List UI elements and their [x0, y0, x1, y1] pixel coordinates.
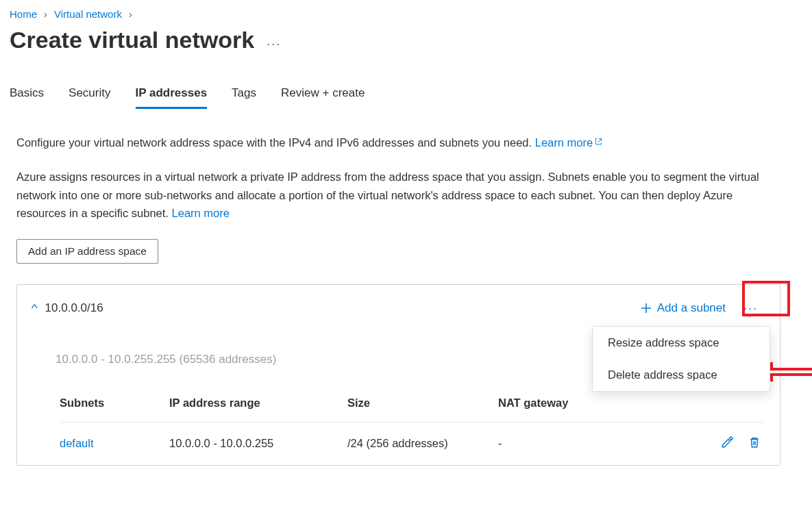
external-link-icon: [594, 136, 602, 151]
intro-text-1: Configure your virtual network address s…: [16, 136, 535, 149]
tabs: Basics Security IP addresses Tags Review…: [10, 86, 802, 109]
plus-icon: [641, 303, 652, 314]
trash-icon: [748, 436, 761, 449]
page-title: Create virtual network: [10, 27, 254, 53]
intro-paragraph-2: Azure assigns resources in a virtual net…: [16, 168, 780, 222]
tab-review-create[interactable]: Review + create: [281, 86, 365, 109]
chevron-right-icon: ›: [129, 8, 132, 20]
intro-text-2: Azure assigns resources in a virtual net…: [16, 171, 759, 219]
subnet-size: /24 (256 addresses): [347, 437, 498, 450]
chevron-up-icon[interactable]: ^: [32, 303, 38, 314]
subnet-table: Subnets IP address range Size NAT gatewa…: [60, 397, 765, 465]
edit-subnet-button[interactable]: [721, 436, 733, 451]
subnet-nat: -: [498, 437, 635, 450]
address-space-panel: ^ 10.0.0.0/16 Add a subnet ··· Resize ad…: [16, 284, 780, 466]
resize-address-space-item[interactable]: Resize address space: [593, 327, 770, 359]
col-nat-gateway: NAT gateway: [498, 397, 635, 410]
col-subnets: Subnets: [60, 397, 169, 410]
pencil-icon: [721, 436, 733, 449]
col-ip-range: IP address range: [169, 397, 347, 410]
tab-ip-addresses[interactable]: IP addresses: [136, 86, 208, 109]
address-space-cidr: 10.0.0.0/16: [45, 301, 103, 315]
intro-paragraph-1: Configure your virtual network address s…: [16, 134, 780, 151]
breadcrumb-virtual-network[interactable]: Virtual network: [54, 8, 122, 20]
table-row: default 10.0.0.0 - 10.0.0.255 /24 (256 a…: [60, 422, 765, 465]
tab-basics[interactable]: Basics: [10, 86, 44, 109]
breadcrumb: Home › Virtual network ›: [10, 8, 802, 20]
subnet-ip-range: 10.0.0.0 - 10.0.0.255: [169, 437, 347, 450]
learn-more-link-1[interactable]: Learn more: [535, 136, 602, 149]
title-more-button[interactable]: ···: [267, 29, 281, 51]
delete-subnet-button[interactable]: [748, 436, 761, 451]
add-subnet-button[interactable]: Add a subnet: [641, 301, 726, 315]
subnet-name-link[interactable]: default: [60, 437, 169, 450]
add-ip-address-space-button[interactable]: Add an IP address space: [16, 239, 158, 264]
tab-security[interactable]: Security: [69, 86, 110, 109]
breadcrumb-home[interactable]: Home: [10, 8, 37, 20]
address-space-context-menu: Resize address space Delete address spac…: [592, 326, 770, 392]
table-header-row: Subnets IP address range Size NAT gatewa…: [60, 397, 765, 422]
address-space-more-button[interactable]: ···: [737, 297, 765, 320]
chevron-right-icon: ›: [44, 8, 47, 20]
col-size: Size: [347, 397, 498, 410]
delete-address-space-item[interactable]: Delete address space: [593, 359, 770, 391]
tab-tags[interactable]: Tags: [232, 86, 256, 109]
learn-more-link-2[interactable]: Learn more: [172, 207, 230, 219]
add-subnet-label: Add a subnet: [657, 301, 726, 315]
